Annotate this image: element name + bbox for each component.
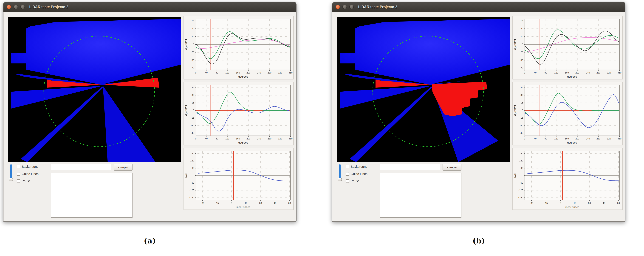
- checkbox-label: Guide Lines: [351, 172, 368, 176]
- svg-text:360: 360: [618, 71, 621, 74]
- svg-text:200: 200: [576, 71, 579, 74]
- svg-text:50: 50: [520, 27, 523, 30]
- svg-text:120: 120: [225, 137, 229, 140]
- checkbox-pause[interactable]: [17, 179, 20, 183]
- svg-text:0: 0: [231, 202, 232, 204]
- svg-text:240: 240: [586, 137, 590, 140]
- window-content: 04080120160200240280320360-75-50-2502550…: [4, 12, 296, 222]
- sample-button[interactable]: sample: [442, 164, 462, 171]
- checkbox-label: Guide Lines: [22, 172, 38, 176]
- slider-fill: [339, 164, 340, 179]
- svg-text:160: 160: [565, 137, 569, 140]
- svg-text:d(teta)/dt: d(teta)/dt: [514, 105, 516, 116]
- svg-text:0: 0: [193, 43, 194, 46]
- vertical-slider[interactable]: [338, 164, 342, 220]
- svg-text:-15: -15: [191, 116, 194, 119]
- chart-heading-control: 04080120160200240280320360-45-30-1501530…: [184, 82, 294, 145]
- svg-text:-120: -120: [190, 189, 194, 191]
- svg-text:-75: -75: [191, 67, 194, 69]
- svg-text:0: 0: [560, 202, 561, 204]
- chart-heading-control: 04080120160200240280320360-45-30-1501530…: [512, 82, 622, 145]
- checkbox-guide-lines[interactable]: [346, 172, 349, 176]
- svg-text:-25: -25: [191, 51, 194, 53]
- svg-text:degrees: degrees: [567, 141, 577, 144]
- minimize-button[interactable]: [342, 5, 347, 9]
- window-title: LIDAR teste Projecto 2: [29, 5, 68, 9]
- svg-text:50: 50: [192, 27, 194, 30]
- svg-text:-15: -15: [544, 202, 548, 204]
- sample-input[interactable]: [51, 164, 111, 170]
- checkbox-label: Pause: [22, 179, 31, 183]
- caption-a: (a): [3, 236, 296, 245]
- svg-text:80: 80: [544, 137, 547, 140]
- svg-text:60: 60: [192, 167, 194, 169]
- vertical-slider[interactable]: [8, 164, 14, 220]
- checkbox-background[interactable]: [17, 165, 20, 168]
- maximize-button[interactable]: [350, 5, 354, 9]
- svg-text:-15: -15: [215, 202, 219, 204]
- svg-text:360: 360: [288, 71, 292, 74]
- svg-text:60: 60: [288, 202, 291, 204]
- svg-text:320: 320: [607, 71, 611, 74]
- svg-text:-30: -30: [201, 202, 204, 204]
- titlebar[interactable]: LIDAR teste Projecto 2: [4, 2, 296, 12]
- slider-track-dots: [340, 182, 340, 218]
- svg-text:160: 160: [565, 71, 569, 74]
- sample-input[interactable]: [380, 164, 440, 170]
- svg-text:320: 320: [607, 137, 611, 140]
- svg-text:0: 0: [522, 109, 523, 112]
- svg-text:60: 60: [617, 202, 620, 204]
- svg-text:200: 200: [576, 137, 579, 140]
- checkbox-background[interactable]: [346, 165, 349, 168]
- sample-list-box[interactable]: [380, 173, 462, 218]
- svg-text:240: 240: [586, 71, 590, 74]
- svg-text:-45: -45: [191, 131, 194, 134]
- svg-text:200: 200: [246, 137, 250, 140]
- sample-button[interactable]: sample: [114, 164, 132, 171]
- svg-text:15: 15: [520, 101, 523, 104]
- svg-text:40: 40: [205, 71, 208, 74]
- svg-text:d(teta)/dt: d(teta)/dt: [184, 39, 188, 50]
- checkbox-row-pause: Pause: [346, 179, 360, 183]
- svg-text:280: 280: [596, 137, 600, 140]
- app-window-a: LIDAR teste Projecto 2: [3, 2, 296, 222]
- maximize-button[interactable]: [20, 5, 25, 9]
- svg-text:120: 120: [519, 159, 523, 162]
- svg-text:0: 0: [522, 43, 523, 46]
- svg-text:120: 120: [190, 159, 194, 162]
- svg-text:60: 60: [520, 167, 523, 169]
- slider-handle[interactable]: [9, 178, 13, 181]
- slider-handle[interactable]: [338, 178, 342, 181]
- checkbox-row-pause: Pause: [17, 179, 31, 183]
- svg-text:45: 45: [602, 202, 605, 204]
- chart-speed-derivative: -30-15015304560-180-120-60060120180linea…: [184, 148, 294, 210]
- figure: LIDAR teste Projecto 2: [0, 0, 644, 256]
- slider-fill: [10, 164, 12, 179]
- svg-text:240: 240: [257, 137, 261, 140]
- svg-text:45: 45: [274, 202, 276, 204]
- minimize-button[interactable]: [14, 5, 18, 9]
- checkbox-pause[interactable]: [346, 179, 349, 183]
- svg-text:15: 15: [192, 101, 194, 104]
- titlebar[interactable]: LIDAR teste Projecto 2: [332, 2, 625, 12]
- svg-text:280: 280: [596, 71, 600, 74]
- chart-speed-derivative: -30-15015304560-180-120-60060120180linea…: [512, 148, 622, 210]
- svg-text:-25: -25: [520, 51, 523, 53]
- chart-heading-derivative: 04080120160200240280320360-75-50-2502550…: [184, 16, 294, 80]
- svg-text:360: 360: [288, 137, 292, 140]
- svg-text:80: 80: [216, 71, 218, 74]
- checkbox-guide-lines[interactable]: [17, 172, 20, 176]
- sample-list-box[interactable]: [51, 173, 132, 218]
- lidar-canvas: [8, 17, 181, 162]
- svg-text:75: 75: [192, 19, 194, 22]
- close-button[interactable]: [6, 5, 11, 9]
- svg-text:45: 45: [520, 86, 523, 89]
- svg-text:linear speed: linear speed: [565, 206, 580, 209]
- svg-text:25: 25: [192, 35, 194, 38]
- svg-text:-75: -75: [520, 67, 523, 69]
- close-button[interactable]: [336, 5, 340, 9]
- svg-text:120: 120: [225, 71, 229, 74]
- svg-text:180: 180: [190, 152, 194, 155]
- svg-text:15: 15: [574, 202, 576, 204]
- svg-text:0: 0: [193, 109, 194, 112]
